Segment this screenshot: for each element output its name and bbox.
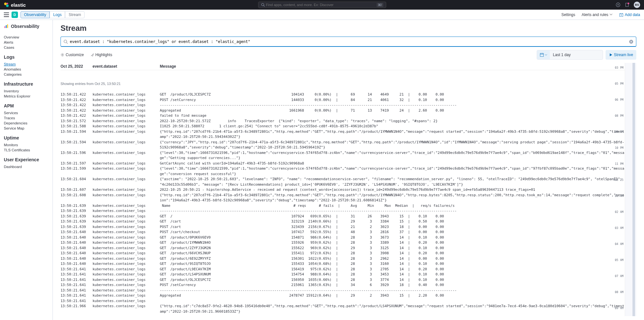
log-row[interactable]: 13:50:21.422kubernetes.container_logsGET… [61,92,625,97]
log-row[interactable]: 13:50:21.639kubernetes.container_logs Na… [61,203,625,209]
log-row[interactable]: 13:50:21.641kubernetes.container_logsGET… [61,277,625,283]
log-row[interactable]: 13:50:21.641kubernetes.container_logsPOS… [61,282,625,288]
log-row[interactable]: 13:50:21.588kubernetes.container_logsI10… [61,124,625,129]
log-row[interactable]: 13:50:21.422kubernetes.container_logsPOS… [61,97,625,103]
log-row[interactable]: 13:50:21.594kubernetes.container_logs{"c… [61,140,625,150]
svg-point-6 [617,4,619,5]
query-input[interactable] [70,39,629,44]
log-message: GET / 107924 699(0.65%) | 31 26 3943 15 … [160,214,625,219]
sidebar-item-tls-certificates[interactable]: TLS Certificates [4,147,49,153]
log-message: POST /setCurrency 144033 0(0.00%) | 84 2… [160,97,625,103]
log-row[interactable]: 13:50:21.604kubernetes.container_logs{"a… [61,177,625,187]
brand-logo[interactable]: elastic [4,2,26,8]
crumb-observability[interactable]: Observability [20,11,50,18]
log-row[interactable]: 13:50:21.608kubernetes.container_logs{"h… [61,193,625,203]
log-row[interactable]: 13:50:21.640kubernetes.container_logsPOS… [61,230,625,235]
highlight-icon [90,53,94,57]
sidebar-item-overview[interactable]: Overview [4,35,49,40]
sidebar-item-dependencies[interactable]: Dependencies [4,121,49,126]
sidebar-item-cases[interactable]: Cases [4,45,49,50]
sidebar-item-alerts[interactable]: Alerts [4,40,49,45]
log-row[interactable]: 13:50:21.639kubernetes.container_logsPOS… [61,224,625,230]
clear-icon[interactable] [629,39,633,44]
log-row[interactable]: 13:50:21.640kubernetes.container_logsGET… [61,240,625,246]
svg-point-7 [628,3,629,4]
log-timestamp: 13:50:21.640 [61,240,86,246]
crumb-logs[interactable]: Logs [50,11,65,18]
date-range-picker[interactable]: Last 1 day [537,50,603,60]
log-row[interactable]: 13:50:21.641kubernetes.container_logsGET… [61,267,625,272]
sidebar-heading: APM [4,103,49,108]
log-row[interactable]: 13:50:21.640kubernetes.container_logsGET… [61,256,625,262]
log-dataset: kubernetes.container_logs [93,150,153,161]
alerts-rules-dropdown[interactable]: Alerts and rules [582,13,613,17]
sidebar-item-metrics-explorer[interactable]: Metrics Explorer [4,94,49,99]
log-timestamp: 13:50:21.599 [61,166,86,177]
log-message: Name # reqs # fails | Avg Min Max Median… [160,203,625,209]
settings-link[interactable]: Settings [561,13,575,17]
log-row[interactable]: 13:50:21.640kubernetes.container_logsGET… [61,261,625,267]
log-row[interactable]: 13:50:21.572kubernetes.container_logs202… [61,119,625,124]
sidebar-item-service-map[interactable]: Service Map [4,126,49,131]
log-row[interactable]: 13:50:21.640kubernetes.container_logsGET… [61,235,625,240]
sidebar-item-stream[interactable]: Stream [4,62,49,67]
log-dataset: kubernetes.container_logs [93,166,153,177]
minimap[interactable]: 03 PM05 PM06 PM08 PM09 PM10 PM11 PMTue 2… [625,63,636,316]
add-data-link[interactable]: Add data [619,13,640,17]
col-header-dataset[interactable]: event.dataset [93,64,153,69]
sidebar-item-monitors[interactable]: Monitors [4,142,49,147]
svg-point-1 [6,4,9,7]
page-title: Stream [61,24,636,33]
sidebar-item-services[interactable]: Services [4,110,49,115]
col-header-message[interactable]: Message [160,64,625,69]
play-icon [609,53,613,57]
sidebar-item-dashboard[interactable]: Dashboard [4,164,49,169]
log-row[interactable]: 13:50:21.596kubernetes.container_logs{"l… [61,150,625,161]
query-bar[interactable] [61,37,636,47]
log-dataset: kubernetes.container_logs [93,193,153,203]
nav-toggle[interactable] [4,13,9,17]
space-badge[interactable]: D [12,12,18,18]
log-row[interactable]: 13:50:21.641kubernetes.container_logs---… [61,288,625,293]
log-dataset: kubernetes.container_logs [93,203,153,209]
newsfeed-icon[interactable] [625,3,629,7]
sidebar-item-categories[interactable]: Categories [4,72,49,77]
log-row[interactable]: 13:50:21.641kubernetes.container_logsGET… [61,272,625,277]
sidebar-item-inventory[interactable]: Inventory [4,88,49,94]
log-row[interactable]: 13:50:21.422kubernetes.container_logs---… [61,103,625,108]
log-row[interactable]: 13:50:21.640kubernetes.container_logsGET… [61,246,625,251]
gear-icon [61,53,64,57]
user-avatar[interactable]: BS [634,2,640,8]
svg-rect-10 [6,25,7,28]
col-header-time[interactable]: Oct 25, 2022 [61,64,86,69]
global-search[interactable]: ⌘/ [258,2,386,8]
log-row[interactable]: 13:50:21.639kubernetes.container_logsGET… [61,214,625,219]
timeline-tick: 08 AM [615,291,624,294]
log-row[interactable]: 13:50:21.639kubernetes.container_logs---… [61,208,625,214]
customize-button[interactable]: Customize [61,53,84,57]
sidebar-item-anomalies[interactable]: Anomalies [4,67,49,72]
log-row[interactable]: 13:50:21.640kubernetes.container_logsGET… [61,251,625,256]
log-row[interactable]: 13:50:21.594kubernetes.container_logs{"h… [61,129,625,140]
log-row[interactable]: 13:50:21.607kubernetes.container_logs202… [61,187,625,193]
svg-point-15 [62,55,63,55]
help-icon[interactable] [616,3,620,7]
global-search-input[interactable] [266,3,377,7]
breadcrumb: Observability Logs Stream [20,11,85,18]
log-row[interactable]: 13:50:21.639kubernetes.container_logsGET… [61,219,625,224]
log-row[interactable]: 13:50:21.597kubernetes.container_logsGet… [61,161,625,166]
log-row[interactable]: 13:50:21.599kubernetes.container_logs{"l… [61,166,625,177]
stream-live-button[interactable]: Stream live [606,50,636,60]
log-dataset: kubernetes.container_logs [93,304,153,314]
date-range-text: Last 1 day [550,53,603,57]
sidebar-item-traces[interactable]: Traces [4,115,49,121]
log-message: Aggregated 1661968 0(0.00%) | 71 13 7419… [160,108,625,114]
log-row[interactable]: 13:50:21.641kubernetes.container_logs [61,299,625,304]
log-row[interactable]: 13:50:21.422kubernetes.container_logsfai… [61,113,625,119]
log-row[interactable]: 13:50:21.641kubernetes.container_logsAgg… [61,293,625,299]
log-dataset: kubernetes.container_logs [93,235,153,240]
log-dataset: kubernetes.container_logs [93,224,153,230]
log-row[interactable]: 13:50:21.966kubernetes.container_logs{"h… [61,304,625,314]
highlights-button[interactable]: Highlights [90,53,112,57]
log-row[interactable]: 13:50:21.422kubernetes.container_logsAgg… [61,108,625,114]
